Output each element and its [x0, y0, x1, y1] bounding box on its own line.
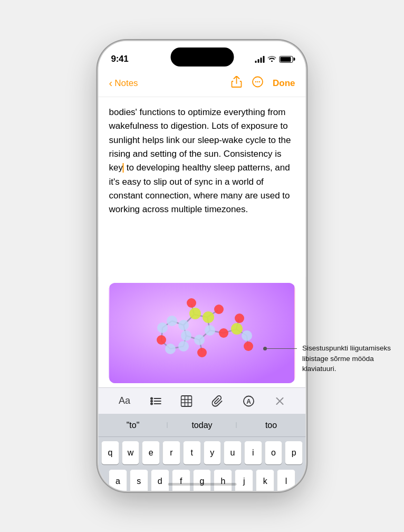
svg-point-36: [205, 325, 215, 336]
status-icons: [255, 55, 293, 63]
autocorrect-item-2[interactable]: too: [237, 421, 306, 430]
svg-point-26: [203, 311, 214, 323]
svg-rect-50: [181, 396, 192, 406]
text-format-icon: Aa: [119, 395, 130, 406]
tooltip-text: Sisestuspunkti liigutamiseks libistage s…: [302, 344, 391, 373]
keyboard-row-2: a s d f g h j k l: [102, 470, 303, 491]
svg-point-1: [255, 81, 256, 82]
list-button[interactable]: [145, 391, 166, 412]
svg-point-27: [231, 323, 243, 335]
battery-icon: [280, 56, 293, 63]
key-e[interactable]: e: [142, 441, 160, 464]
more-button[interactable]: [252, 76, 263, 91]
svg-point-40: [157, 322, 168, 333]
wifi-icon: [268, 55, 276, 63]
nav-actions: Done: [230, 76, 295, 91]
svg-point-32: [157, 335, 166, 345]
key-l[interactable]: l: [277, 470, 295, 491]
key-p[interactable]: p: [285, 441, 303, 464]
key-s[interactable]: s: [130, 470, 148, 491]
svg-point-2: [257, 81, 258, 82]
key-t[interactable]: t: [183, 441, 200, 464]
keyboard-row-1: q w e r t y u i o p: [102, 441, 303, 464]
chevron-left-icon: ‹: [109, 77, 113, 89]
key-q[interactable]: q: [101, 441, 119, 464]
svg-point-45: [150, 400, 153, 402]
svg-point-46: [150, 402, 153, 405]
svg-point-41: [165, 344, 176, 354]
svg-point-33: [244, 341, 253, 351]
home-indicator: [168, 483, 236, 486]
table-button[interactable]: [176, 391, 197, 412]
svg-text:A: A: [246, 397, 251, 405]
tooltip-line: [265, 348, 297, 349]
key-j[interactable]: j: [235, 470, 253, 491]
key-d[interactable]: d: [151, 470, 169, 491]
dynamic-island: [170, 48, 234, 66]
status-bar: 9:41: [99, 41, 306, 70]
key-i[interactable]: i: [244, 441, 262, 464]
format-toolbar: Aa: [99, 387, 306, 414]
key-g[interactable]: g: [193, 470, 211, 491]
svg-point-28: [187, 298, 196, 308]
status-time: 9:41: [111, 54, 129, 64]
back-button[interactable]: ‹ Notes: [109, 77, 138, 89]
svg-point-39: [167, 316, 177, 326]
svg-point-42: [178, 341, 189, 352]
close-icon: [274, 396, 285, 406]
svg-point-44: [150, 397, 153, 400]
svg-point-25: [189, 308, 201, 319]
svg-point-3: [258, 81, 259, 82]
svg-rect-4: [110, 283, 294, 383]
key-y[interactable]: y: [204, 441, 221, 464]
key-f[interactable]: f: [172, 470, 190, 491]
svg-point-34: [235, 314, 244, 323]
tooltip-annotation: Sisestuspunkti liigutamiseks libistage s…: [302, 343, 395, 374]
list-icon: [150, 396, 161, 406]
signal-bars-icon: [255, 55, 265, 63]
key-w[interactable]: w: [122, 441, 139, 464]
svg-point-29: [214, 305, 224, 314]
autocorrect-item-1[interactable]: today: [168, 421, 237, 430]
autocorrect-bar: "to" today too: [99, 414, 306, 437]
text-format-button[interactable]: Aa: [114, 391, 135, 412]
key-k[interactable]: k: [256, 470, 274, 491]
note-image: [109, 283, 295, 383]
markup-button[interactable]: A: [238, 391, 259, 412]
svg-point-38: [181, 330, 191, 341]
share-button[interactable]: [230, 76, 242, 91]
key-a[interactable]: a: [109, 470, 127, 491]
nav-bar: ‹ Notes: [99, 70, 306, 97]
key-r[interactable]: r: [163, 441, 180, 464]
svg-point-37: [194, 335, 205, 345]
note-text: bodies' functions to optimize everything…: [109, 106, 295, 217]
back-label: Notes: [114, 78, 138, 89]
svg-point-35: [178, 320, 189, 330]
key-u[interactable]: u: [224, 441, 242, 464]
svg-point-43: [242, 330, 252, 341]
close-toolbar-button[interactable]: [269, 391, 290, 412]
key-h[interactable]: h: [214, 470, 232, 491]
key-o[interactable]: o: [265, 441, 282, 464]
svg-point-30: [219, 328, 228, 338]
svg-point-31: [197, 348, 207, 357]
table-icon: [181, 395, 193, 407]
attachment-icon: [211, 395, 223, 407]
markup-icon: A: [243, 395, 254, 407]
autocorrect-item-0[interactable]: "to": [99, 421, 168, 430]
attachment-button[interactable]: [207, 391, 228, 412]
note-content[interactable]: bodies' functions to optimize everything…: [99, 97, 306, 277]
done-button[interactable]: Done: [273, 78, 295, 89]
